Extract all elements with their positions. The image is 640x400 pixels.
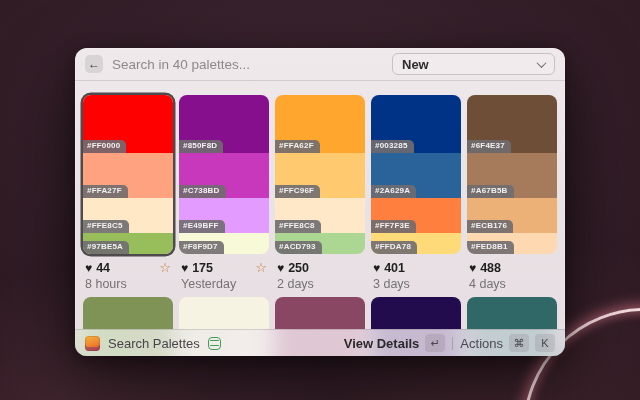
palette-color-band: #F8F9D7: [179, 233, 269, 254]
palette-stack-icon: [208, 337, 221, 350]
palette-color-band: #E49BFF: [179, 198, 269, 233]
palette-meta-row: ♥488: [467, 261, 557, 274]
palette-meta-row: ♥44☆: [83, 261, 173, 274]
hex-code-chip: #850F8D: [179, 140, 223, 153]
hex-code-chip: #6F4E37: [467, 140, 511, 153]
palette-color-band: #FF7F3E: [371, 198, 461, 233]
favorite-star-icon[interactable]: ☆: [159, 261, 171, 274]
hex-code-chip: #C738BD: [179, 185, 226, 198]
palette-age: 2 days: [275, 277, 365, 291]
palette-color-band: #FED8B1: [467, 233, 557, 254]
palette-color-band: #A67B5B: [467, 153, 557, 198]
chevron-down-icon: [537, 58, 547, 68]
hex-code-chip: #F8F9D7: [179, 241, 224, 254]
palette-color-band: #FFE8C5: [83, 198, 173, 233]
footer-action-bar: Search Palettes View Details ↵ Actions ⌘…: [75, 329, 565, 356]
heart-icon: ♥: [373, 262, 380, 274]
hex-code-chip: #FFE8C5: [83, 220, 129, 233]
palette-color-band: #FFE8C8: [275, 198, 365, 233]
palette-row-1: #FF0000#FFA27F#FFE8C5#97BE5A♥44☆8 hours#…: [83, 95, 557, 291]
palette-grid-area: #FF0000#FFA27F#FFE8C5#97BE5A♥44☆8 hours#…: [75, 81, 565, 356]
palette-color-band: #ACD793: [275, 233, 365, 254]
palette-column: #FFA62F#FFC96F#FFE8C8#ACD793♥2502 days: [275, 95, 365, 291]
hex-code-chip: #FED8B1: [467, 241, 514, 254]
extension-name: Search Palettes: [108, 336, 200, 351]
hex-code-chip: #003285: [371, 140, 414, 153]
palette-color-band: #FFA62F: [275, 95, 365, 153]
palette-color-band: #FF0000: [83, 95, 173, 153]
extension-app-icon: [85, 336, 100, 351]
heart-icon: ♥: [181, 262, 188, 274]
palette-color-band: #2A629A: [371, 153, 461, 198]
favorite-star-icon[interactable]: ☆: [255, 261, 267, 274]
sort-dropdown-value: New: [402, 57, 429, 72]
palette-meta-row: ♥401: [371, 261, 461, 274]
palette-search-window: ← New #FF0000#FFA27F#FFE8C5#97BE5A♥44☆8 …: [75, 48, 565, 356]
view-details-label: View Details: [344, 336, 420, 351]
palette-age: 4 days: [467, 277, 557, 291]
hex-code-chip: #A67B5B: [467, 185, 514, 198]
like-count: 488: [480, 261, 501, 275]
hex-code-chip: #ACD793: [275, 241, 322, 254]
command-key-icon: ⌘: [509, 334, 529, 352]
palette-meta-row: ♥175☆: [179, 261, 269, 274]
footer-right: View Details ↵ Actions ⌘ K: [344, 334, 555, 352]
hex-code-chip: #FF0000: [83, 140, 126, 153]
palette-color-band: #6F4E37: [467, 95, 557, 153]
palette-color-band: #003285: [371, 95, 461, 153]
back-arrow-icon: ←: [88, 57, 100, 71]
search-input[interactable]: [112, 57, 392, 72]
palette-color-band: #FFC96F: [275, 153, 365, 198]
palette-color-band: #850F8D: [179, 95, 269, 153]
hex-code-chip: #FFC96F: [275, 185, 320, 198]
heart-icon: ♥: [85, 262, 92, 274]
palette-card[interactable]: #FF0000#FFA27F#FFE8C5#97BE5A: [83, 95, 173, 254]
like-count: 250: [288, 261, 309, 275]
like-count: 175: [192, 261, 213, 275]
palette-color-band: #ECB176: [467, 198, 557, 233]
hex-code-chip: #E49BFF: [179, 220, 225, 233]
palette-column: #FF0000#FFA27F#FFE8C5#97BE5A♥44☆8 hours: [83, 95, 173, 291]
palette-color-band: #FFDA78: [371, 233, 461, 254]
back-button[interactable]: ←: [85, 55, 103, 73]
hex-code-chip: #2A629A: [371, 185, 416, 198]
view-details-button[interactable]: View Details ↵: [344, 334, 446, 352]
palette-column: #6F4E37#A67B5B#ECB176#FED8B1♥4884 days: [467, 95, 557, 291]
palette-card[interactable]: #FFA62F#FFC96F#FFE8C8#ACD793: [275, 95, 365, 254]
sort-dropdown[interactable]: New: [392, 53, 555, 75]
hex-code-chip: #ECB176: [467, 220, 513, 233]
hex-code-chip: #FFA62F: [275, 140, 320, 153]
footer-divider: [452, 337, 453, 350]
hex-code-chip: #97BE5A: [83, 241, 129, 254]
hex-code-chip: #FFE8C8: [275, 220, 321, 233]
palette-age: 8 hours: [83, 277, 173, 291]
search-bar: ← New: [75, 48, 565, 81]
like-count: 44: [96, 261, 110, 275]
actions-button[interactable]: Actions ⌘ K: [460, 334, 555, 352]
palette-card[interactable]: #6F4E37#A67B5B#ECB176#FED8B1: [467, 95, 557, 254]
palette-color-band: #97BE5A: [83, 233, 173, 254]
palette-color-band: #FFA27F: [83, 153, 173, 198]
actions-label: Actions: [460, 336, 503, 351]
palette-card[interactable]: #003285#2A629A#FF7F3E#FFDA78: [371, 95, 461, 254]
hex-code-chip: #FFDA78: [371, 241, 417, 254]
palette-meta-row: ♥250: [275, 261, 365, 274]
palette-age: Yesterday: [179, 277, 269, 291]
like-count: 401: [384, 261, 405, 275]
heart-icon: ♥: [469, 262, 476, 274]
return-key-icon: ↵: [425, 334, 445, 352]
palette-column: #003285#2A629A#FF7F3E#FFDA78♥4013 days: [371, 95, 461, 291]
palette-age: 3 days: [371, 277, 461, 291]
palette-card[interactable]: #850F8D#C738BD#E49BFF#F8F9D7: [179, 95, 269, 254]
palette-color-band: #C738BD: [179, 153, 269, 198]
hex-code-chip: #FFA27F: [83, 185, 128, 198]
palette-column: #850F8D#C738BD#E49BFF#F8F9D7♥175☆Yesterd…: [179, 95, 269, 291]
hex-code-chip: #FF7F3E: [371, 220, 416, 233]
heart-icon: ♥: [277, 262, 284, 274]
k-key-icon: K: [535, 334, 555, 352]
